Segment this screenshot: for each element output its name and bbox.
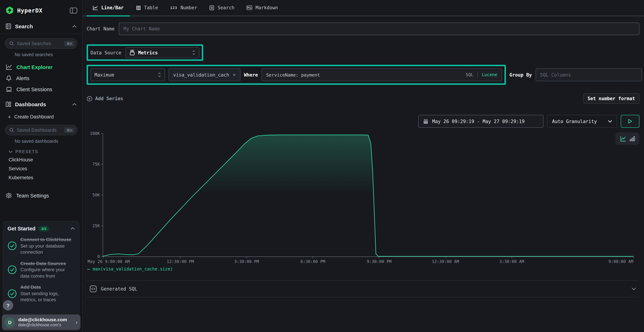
sidebar-section-search[interactable]: Search <box>0 19 82 33</box>
sidebar-item-chart-explorer[interactable]: Chart Explorer <box>0 62 82 72</box>
create-dashboard-button[interactable]: + Create Dashboard <box>0 111 82 120</box>
sidebar-item-services[interactable]: Services <box>0 164 82 173</box>
metric-field-chip[interactable]: visa_validation_cach × <box>168 68 240 81</box>
tab-line-bar[interactable]: Line/Bar <box>86 0 130 16</box>
chart-name-row: Chart Name My Chart Name <box>86 22 639 35</box>
timeseries-plot: 025K50K75K100KMay 26 9:00:00 AM12:30:00 … <box>103 134 633 257</box>
data-source-label: Data Source <box>90 50 121 55</box>
close-icon[interactable]: × <box>233 72 236 78</box>
lucene-toggle[interactable]: Lucene <box>482 72 497 77</box>
tab-markdown[interactable]: Markdown <box>240 0 284 16</box>
markdown-icon <box>247 5 252 10</box>
x-axis-tick-label: 3:30:00 PM <box>234 259 259 264</box>
check-circle-icon <box>8 289 17 298</box>
group-by-input[interactable]: SQL Columns <box>536 68 642 81</box>
run-query-button[interactable] <box>621 115 639 128</box>
x-axis-tick <box>313 256 313 258</box>
calendar-icon <box>423 118 428 124</box>
bell-icon <box>6 75 12 82</box>
x-axis-tick-label: 6:30:00 PM <box>300 259 326 264</box>
chevron-down-icon <box>632 287 636 290</box>
saved-dashboards-input[interactable]: Saved Dashboards ⌘K <box>5 125 77 135</box>
chevron-down-icon <box>8 150 12 153</box>
tab-table[interactable]: Table <box>130 0 164 16</box>
legend-series-label: max(visa_validation_cache.size) <box>93 266 173 272</box>
chevron-right-icon: › <box>76 319 78 326</box>
y-axis-tick <box>101 164 103 164</box>
sidebar-item-alerts[interactable]: Alerts <box>0 72 82 84</box>
aggregation-value: Maximum <box>94 72 114 78</box>
user-menu[interactable]: D dale@clickhouse.com dale@clickhouse.co… <box>2 314 80 330</box>
sql-toggle[interactable]: SQL <box>466 72 473 77</box>
get-started-item[interactable]: Add Data Start sending logs, metrics, or… <box>8 284 75 303</box>
get-started-item[interactable]: Create Data Sources Configure where your… <box>8 260 75 279</box>
step-subtitle: Start sending logs, metrics, or traces <box>20 291 59 302</box>
sidebar-item-team-settings[interactable]: Team Settings <box>0 190 82 201</box>
chevron-up-icon <box>72 25 76 28</box>
group-by-placeholder: SQL Columns <box>540 72 571 78</box>
sidebar-search-label: Search <box>15 23 33 29</box>
tab-label: Number <box>180 5 197 10</box>
select-chevrons-icon <box>192 50 195 55</box>
x-axis-tick <box>633 256 634 258</box>
add-series-button[interactable]: Add Series <box>86 96 123 102</box>
presets-label: PRESETS <box>16 150 38 154</box>
presets-header[interactable]: PRESETS <box>0 146 82 155</box>
get-started-item[interactable]: Connect to ClickHouse Set up your databa… <box>8 236 75 255</box>
y-axis-tick <box>101 256 103 257</box>
granularity-select[interactable]: Auto Granularity <box>547 115 617 128</box>
chart-name-label: Chart Name <box>86 26 115 32</box>
shortcut-badge: ⌘K <box>64 40 75 46</box>
y-axis-tick-label: 100K <box>90 131 100 136</box>
sidebar-item-clickhouse[interactable]: ClickHouse <box>0 155 82 164</box>
aggregation-select[interactable]: Maximum <box>90 68 165 81</box>
chart-name-placeholder: My Chart Name <box>124 26 160 32</box>
where-input[interactable]: ServiceName: payment SQL | Lucene <box>262 68 502 81</box>
date-range-picker[interactable]: May 26 09:29:19 - May 27 09:29:19 <box>418 115 544 128</box>
help-button[interactable]: ? <box>3 300 13 310</box>
main-area: Line/Bar Table 123 Number Search <box>83 0 644 332</box>
tab-label: Line/Bar <box>101 5 124 10</box>
tab-search[interactable]: Search <box>204 0 240 16</box>
gear-icon <box>6 192 12 198</box>
y-axis-tick <box>101 195 103 195</box>
chart-legend[interactable]: — max(visa_validation_cache.size) <box>87 266 173 272</box>
get-started-title: Get Started <box>8 226 36 232</box>
chart-name-input[interactable]: My Chart Name <box>119 22 639 35</box>
sidebar-dashboards-label: Dashboards <box>15 101 46 107</box>
app-root: HyperDX Search Saved Searches ⌘K No save… <box>0 0 644 332</box>
search-icon <box>9 128 14 132</box>
sidebar-item-client-sessions[interactable]: Client Sessions <box>0 84 82 95</box>
x-axis-tick-label: 9:00:00 AM <box>608 259 634 264</box>
search-icon <box>9 41 14 46</box>
plus-icon: + <box>8 114 11 120</box>
shortcut-badge: ⌘K <box>64 127 75 133</box>
line-chart-icon <box>93 5 98 10</box>
x-axis-tick-label: 9:30:00 PM <box>367 259 392 264</box>
get-started-header[interactable]: Get Started 3/3 <box>8 226 75 232</box>
code-icon <box>90 285 96 292</box>
data-source-select[interactable]: Metrics <box>126 47 199 58</box>
generated-sql-toggle[interactable]: Generated SQL <box>86 280 639 297</box>
chart-toolbar: May 26 09:29:19 - May 27 09:29:19 Auto G… <box>418 115 639 128</box>
saved-searches-input[interactable]: Saved Searches ⌘K <box>5 38 77 49</box>
set-number-format-button[interactable]: Set number format <box>583 94 639 104</box>
tab-number[interactable]: 123 Number <box>164 0 204 16</box>
sidebar-item-label: Chart Explorer <box>16 64 52 70</box>
x-axis-tick-label: May 26 9:00:00 AM <box>88 259 130 264</box>
sidebar: HyperDX Search Saved Searches ⌘K No save… <box>0 0 83 332</box>
no-saved-dashboards-note: No saved dashboards <box>0 135 82 146</box>
highlight-box-series: Maximum visa_validation_cach × Where Ser… <box>86 65 506 85</box>
team-settings-label: Team Settings <box>16 193 49 198</box>
series-actions-row: Add Series Set number format <box>86 94 639 104</box>
highlight-box-data-source: Data Source Metrics <box>86 44 203 61</box>
sidebar-item-kubernetes[interactable]: Kubernetes <box>0 173 82 182</box>
sidebar-collapse-icon[interactable] <box>70 7 77 14</box>
sidebar-section-dashboards[interactable]: Dashboards <box>0 97 82 111</box>
step-subtitle: Configure where your data comes from <box>20 267 65 278</box>
data-source-row: Data Source Metrics <box>86 44 639 61</box>
y-axis-tick-label: 25K <box>92 223 100 228</box>
x-axis-tick <box>180 256 180 258</box>
chevron-up-icon[interactable] <box>70 227 75 230</box>
add-series-label: Add Series <box>95 96 123 101</box>
